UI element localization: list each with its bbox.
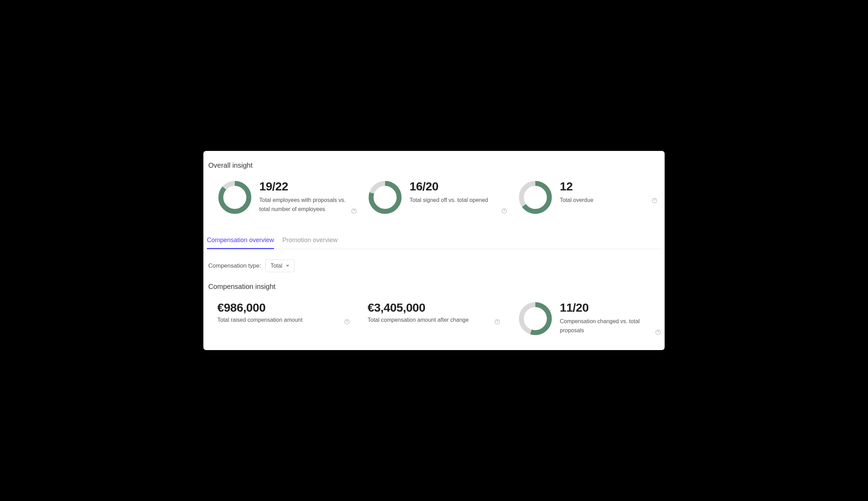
help-icon[interactable] (351, 208, 357, 214)
compensation-insight-title: Compensation insight (207, 283, 661, 291)
help-icon[interactable] (494, 319, 500, 325)
svg-point-13 (347, 323, 347, 323)
select-value: Total (270, 263, 282, 269)
comp-value: €3,405,000 (368, 301, 511, 314)
comp-label: Total compensation amount after change (368, 317, 511, 323)
insight-item-overdue: 12 Total overdue (518, 180, 661, 215)
insight-text: 19/22 Total employees with proposals vs.… (259, 180, 361, 214)
comp-label: Total raised compensation amount (217, 317, 361, 323)
comp-label: Compensation changed vs. total proposals (560, 317, 647, 335)
donut-chart-overdue (518, 180, 553, 215)
filter-row: Compensation type: Total (207, 260, 661, 272)
svg-point-19 (658, 333, 658, 334)
insight-text: 11/20 Compensation changed vs. total pro… (560, 301, 661, 335)
chevron-down-icon (286, 265, 289, 267)
comp-item-after-change: €3,405,000 Total compensation amount aft… (368, 301, 511, 336)
svg-point-11 (654, 202, 655, 202)
svg-point-7 (504, 212, 505, 212)
donut-chart-changed (518, 301, 553, 336)
insight-label: Total employees with proposals vs. total… (259, 196, 350, 213)
tabs-row: Compensation overview Promotion overview (207, 232, 661, 249)
insight-item-proposals: 19/22 Total employees with proposals vs.… (217, 180, 361, 215)
compensation-row: €986,000 Total raised compensation amoun… (207, 301, 661, 336)
donut-chart-proposals (217, 180, 252, 215)
comp-value: €986,000 (217, 301, 361, 314)
comp-value: 11/20 (560, 301, 647, 314)
insight-text: 12 Total overdue (560, 180, 661, 205)
overall-insight-row: 19/22 Total employees with proposals vs.… (207, 180, 661, 215)
compensation-type-label: Compensation type: (208, 262, 261, 269)
tab-compensation-overview[interactable]: Compensation overview (207, 232, 274, 249)
overall-insight-title: Overall insight (207, 161, 661, 169)
insight-value: 19/22 (259, 180, 350, 193)
svg-point-3 (354, 212, 354, 212)
dashboard-card: Overall insight 19/22 Total employees wi… (203, 151, 665, 350)
insight-label: Total overdue (560, 196, 651, 205)
insight-value: 12 (560, 180, 651, 193)
insight-label: Total signed off vs. total opened (410, 196, 500, 205)
insight-text: 16/20 Total signed off vs. total opened (410, 180, 511, 205)
help-icon[interactable] (501, 208, 507, 214)
help-icon[interactable] (655, 329, 661, 335)
help-icon[interactable] (344, 319, 350, 325)
donut-chart-signedoff (368, 180, 403, 215)
comp-item-changed: 11/20 Compensation changed vs. total pro… (518, 301, 661, 336)
help-icon[interactable] (651, 197, 658, 204)
compensation-type-select[interactable]: Total (265, 260, 295, 272)
svg-point-15 (497, 323, 498, 323)
tab-promotion-overview[interactable]: Promotion overview (282, 232, 338, 249)
comp-item-raised: €986,000 Total raised compensation amoun… (217, 301, 361, 336)
insight-item-signedoff: 16/20 Total signed off vs. total opened (368, 180, 511, 215)
insight-value: 16/20 (410, 180, 500, 193)
